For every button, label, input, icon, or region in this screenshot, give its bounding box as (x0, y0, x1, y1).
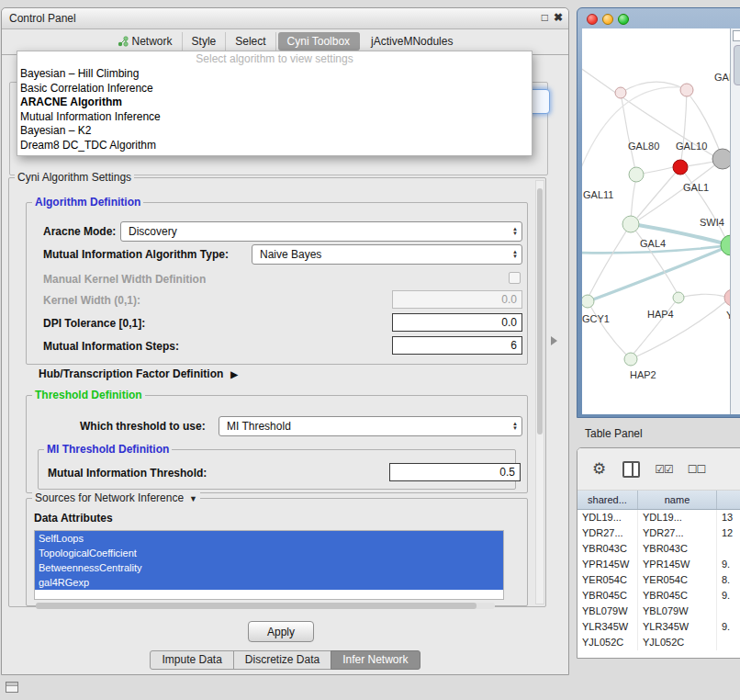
network-edge (631, 300, 727, 359)
algorithm-option-mutual-information-inference[interactable]: Mutual Information Inference (17, 110, 532, 125)
unchecked-boxes-icon[interactable]: ☐☐ (688, 463, 706, 476)
bottom-tab-impute-data[interactable]: Impute Data (150, 650, 233, 670)
titlebar-buttons: □ ✖ (542, 11, 563, 24)
network-node[interactable] (680, 84, 693, 96)
network-node[interactable] (629, 167, 644, 182)
float-window-icon[interactable]: □ (542, 11, 548, 24)
network-vertical-scrollbar[interactable] (730, 28, 740, 414)
attribute-item-gal4rgexp[interactable]: gal4RGexp (35, 575, 503, 590)
tab-label: Select (235, 35, 265, 48)
settings-group-title: Cyni Algorithm Settings (15, 171, 134, 184)
table-cell: YLR345W (638, 619, 717, 635)
network-node[interactable] (582, 295, 594, 308)
table-row[interactable]: YBR045CYBR045C9. (577, 588, 740, 604)
network-canvas[interactable]: GAL8GAL80GAL10GAL11GAL1SWI4GAL4GCY1HAP4Y… (582, 28, 730, 414)
aracne-mode-select[interactable]: Discovery ▲▼ (120, 221, 522, 242)
minimize-traffic-light[interactable] (602, 14, 613, 25)
bottom-tab-discretize-data[interactable]: Discretize Data (233, 650, 331, 670)
network-node[interactable] (721, 235, 730, 255)
window-title: Control Panel (9, 12, 76, 25)
manual-kernel-width-checkbox[interactable] (509, 272, 521, 284)
mi-steps-input[interactable]: 6 (392, 336, 522, 355)
tab-select[interactable]: Select (226, 32, 275, 51)
network-node[interactable] (712, 149, 730, 169)
table-row[interactable]: YJL052CYJL052C (577, 635, 740, 650)
column-header[interactable]: name (638, 491, 717, 509)
sources-group-title[interactable]: Sources for Network Inference▼ (32, 491, 200, 504)
mi-threshold-definition-group: MI Threshold Definition Mutual Informati… (38, 449, 516, 490)
mi-threshold-input[interactable]: 0.5 (389, 463, 521, 481)
mi-threshold-definition-title: MI Threshold Definition (44, 443, 172, 456)
node-label: GAL1 (683, 182, 709, 193)
network-node[interactable] (615, 87, 626, 98)
attribute-item-betweennesscentrality[interactable]: BetweennessCentrality (35, 560, 503, 575)
scrollbar-thumb[interactable] (36, 603, 477, 609)
scrollbar-thumb[interactable] (537, 188, 543, 435)
network-canvas-svg: GAL8GAL80GAL10GAL11GAL1SWI4GAL4GCY1HAP4Y… (582, 28, 730, 414)
expanded-arrow-icon: ▼ (189, 494, 197, 503)
threshold-definition-group: Threshold Definition Which threshold to … (26, 395, 528, 493)
node-label: GAL11 (583, 189, 613, 200)
scrollbar-thumb[interactable] (734, 45, 740, 85)
gear-icon[interactable]: ⚙ (592, 459, 606, 479)
threshold-definition-title: Threshold Definition (32, 389, 145, 401)
algorithm-option-bayesian-k2[interactable]: Bayesian – K2 (17, 124, 532, 139)
apply-button[interactable]: Apply (248, 621, 314, 642)
table-cell: YBR043C (638, 541, 717, 557)
algorithm-definition-group: Algorithm Definition Aracne Mode: Discov… (26, 202, 528, 365)
data-attributes-list[interactable]: SelfLoopsTopologicalCoefficientBetweenne… (34, 530, 504, 600)
table-cell: YDR27... (577, 525, 638, 541)
table-row[interactable]: YPR145WYPR145W9. (577, 557, 740, 572)
which-threshold-select[interactable]: MI Threshold ▲▼ (219, 416, 522, 436)
table-row[interactable]: YDL19...YDL19...13 (577, 510, 740, 525)
table-cell: YJL052C (638, 635, 717, 650)
network-node[interactable] (622, 216, 639, 232)
algorithm-option-basic-correlation-inference[interactable]: Basic Correlation Inference (17, 82, 532, 96)
attribute-item-topologicalcoefficient[interactable]: TopologicalCoefficient (35, 546, 503, 560)
algorithm-option-aracne-algorithm[interactable]: ARACNE Algorithm (17, 96, 532, 110)
dpi-tolerance-input[interactable]: 0.0 (392, 313, 522, 332)
kernel-width-label: Kernel Width (0,1): (43, 294, 140, 307)
scrollbar-box[interactable] (733, 30, 740, 41)
bottom-tab-infer-network[interactable]: Infer Network (331, 650, 420, 670)
table-row[interactable]: YBL079WYBL079W (577, 604, 740, 619)
tab-jactivemnodules[interactable]: jActiveMNodules (362, 32, 462, 51)
network-edge (633, 298, 678, 354)
table-row[interactable]: YER054CYER054C8. (577, 572, 740, 588)
algorithm-definition-title: Algorithm Definition (32, 196, 143, 209)
settings-vertical-scrollbar[interactable] (535, 180, 544, 604)
combo-arrows-icon: ▲▼ (507, 422, 518, 431)
tab-cyni-toolbox[interactable]: Cyni Toolbox (278, 32, 360, 51)
dropdown-placeholder: Select algorithm to view settings (17, 51, 532, 67)
zoom-traffic-light[interactable] (618, 14, 629, 25)
desktop: Control Panel □ ✖ NetworkStyleSelectCyni… (0, 0, 740, 700)
network-node[interactable] (673, 160, 688, 175)
manual-kernel-width-label: Manual Kernel Width Definition (43, 273, 206, 286)
network-node[interactable] (624, 353, 637, 366)
table-row[interactable]: YBR043CYBR043C (577, 541, 740, 557)
attributes-horizontal-scrollbar[interactable] (36, 603, 495, 609)
close-icon[interactable]: ✖ (554, 11, 563, 24)
bottom-tab-bar: Impute DataDiscretize DataInfer Network (2, 650, 568, 670)
tab-network[interactable]: Network (108, 32, 183, 51)
columns-icon[interactable] (622, 461, 640, 478)
attribute-item-selfloops[interactable]: SelfLoops (35, 531, 503, 546)
tab-style[interactable]: Style (183, 32, 227, 51)
hub-transcription-factor-row[interactable]: Hub/Transcription Factor Definition ▶ (39, 367, 238, 380)
panel-splitter-arrow-icon[interactable] (551, 336, 557, 345)
checked-boxes-icon[interactable]: ☑☑ (655, 463, 673, 476)
column-header[interactable] (717, 491, 740, 509)
algorithm-option-dream8-dc-tdc-algorithm[interactable]: Dream8 DC_TDC Algorithm (17, 139, 532, 153)
table-cell (717, 635, 740, 650)
mi-algorithm-type-value: Naive Bayes (260, 248, 321, 261)
column-header[interactable]: shared... (577, 491, 638, 509)
table-row[interactable]: YDR27...YDR27...12 (577, 525, 740, 541)
close-traffic-light[interactable] (587, 14, 598, 25)
kernel-width-input[interactable]: 0.0 (392, 290, 522, 309)
network-node[interactable] (673, 292, 684, 303)
algorithm-option-bayesian-hill-climbing[interactable]: Bayesian – Hill Climbing (17, 67, 532, 82)
mi-algorithm-type-select[interactable]: Naive Bayes ▲▼ (252, 244, 522, 265)
table-row[interactable]: YLR345WYLR345W9. (577, 619, 740, 635)
tab-label: Network (132, 35, 173, 48)
minimized-panel-icon[interactable] (6, 682, 18, 693)
